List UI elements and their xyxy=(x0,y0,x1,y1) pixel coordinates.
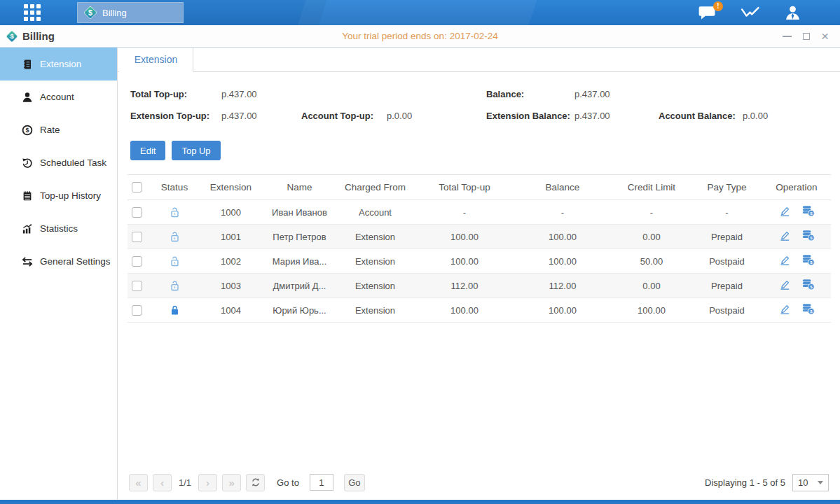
goto-label: Go to xyxy=(277,477,299,488)
cell-name: Дмитрий Д... xyxy=(264,274,335,298)
svg-text:$: $ xyxy=(88,8,92,17)
locked-status-icon[interactable] xyxy=(170,304,180,316)
account-topup-label: Account Top-up: xyxy=(301,111,387,121)
desktop-topbar: $ Billing ! xyxy=(0,0,840,25)
cell-name: Мария Ива... xyxy=(264,249,335,274)
cell-total-topup: 100.00 xyxy=(415,298,514,323)
table-row: 1001 Петр Петров Extension 100.00 100.00… xyxy=(128,225,831,249)
cell-charged-from: Account xyxy=(335,200,415,225)
unlocked-status-icon[interactable] xyxy=(170,280,180,292)
sidebar-item-scheduled-task[interactable]: Scheduled Task xyxy=(0,146,117,179)
col-credit-limit: Credit Limit xyxy=(612,175,691,200)
cell-charged-from: Extension xyxy=(335,298,415,323)
edit-row-icon[interactable] xyxy=(779,255,791,266)
svg-text:$: $ xyxy=(10,32,14,40)
select-all-checkbox[interactable] xyxy=(132,182,142,192)
close-button[interactable]: × xyxy=(821,31,829,42)
row-checkbox[interactable] xyxy=(132,232,142,242)
cell-pay-type: Postpaid xyxy=(691,249,762,274)
table-body: 1000 Иван Иванов Account - - - - xyxy=(128,200,831,323)
pagination-bar: « ‹ 1/1 › » Go to Go xyxy=(118,469,840,500)
sidebar-item-label: Account xyxy=(40,92,74,102)
notepad-icon xyxy=(21,190,34,202)
sidebar-item-extension[interactable]: Extension xyxy=(0,48,117,80)
cell-charged-from: Extension xyxy=(335,225,415,249)
extension-topup-label: Extension Top-up: xyxy=(130,111,221,121)
reports-chart-icon[interactable] xyxy=(741,5,760,20)
sidebar-item-account[interactable]: Account xyxy=(0,80,117,113)
table-row: 1003 Дмитрий Д... Extension 112.00 112.0… xyxy=(128,274,831,298)
cell-pay-type: Prepaid xyxy=(691,274,762,298)
extension-table: Status Extension Name Charged From Total… xyxy=(128,174,831,323)
sidebar: Extension Account $ Rat xyxy=(0,48,118,500)
top-up-row-icon[interactable]: $ xyxy=(801,254,815,266)
balance-value: p.437.00 xyxy=(574,89,610,99)
cell-charged-from: Extension xyxy=(335,249,415,274)
goto-page-input[interactable] xyxy=(310,474,333,491)
top-up-row-icon[interactable]: $ xyxy=(801,279,815,290)
edit-row-icon[interactable] xyxy=(779,206,791,217)
edit-button[interactable]: Edit xyxy=(130,141,165,160)
cell-total-topup: - xyxy=(415,200,514,225)
cell-balance: 100.00 xyxy=(514,225,612,249)
go-button[interactable]: Go xyxy=(344,474,365,491)
user-account-icon[interactable] xyxy=(784,5,801,21)
cell-credit-limit: 50.00 xyxy=(612,249,691,274)
billing-diamond-icon: $ xyxy=(83,6,97,20)
sidebar-item-statistics[interactable]: Statistics xyxy=(0,212,117,245)
last-page-button[interactable]: » xyxy=(222,474,241,491)
unlocked-status-icon[interactable] xyxy=(170,255,180,267)
row-checkbox[interactable] xyxy=(132,281,142,291)
cell-total-topup: 100.00 xyxy=(415,225,514,249)
tab-extension[interactable]: Extension xyxy=(119,48,193,72)
extension-topup-value: p.437.00 xyxy=(221,111,301,121)
cell-balance: 100.00 xyxy=(514,298,612,323)
cell-name: Юрий Юрь... xyxy=(264,298,335,323)
unlocked-status-icon[interactable] xyxy=(170,206,180,218)
edit-row-icon[interactable] xyxy=(779,304,791,315)
sidebar-item-label: Statistics xyxy=(40,223,78,234)
row-checkbox[interactable] xyxy=(132,256,142,267)
refresh-button[interactable] xyxy=(246,474,265,491)
cell-name: Петр Петров xyxy=(264,225,335,249)
top-up-row-icon[interactable]: $ xyxy=(801,303,815,315)
page-size-select[interactable]: 10 xyxy=(792,474,829,491)
unlocked-status-icon[interactable] xyxy=(170,231,180,243)
top-up-button[interactable]: Top Up xyxy=(172,141,220,160)
svg-text:$: $ xyxy=(26,127,29,134)
sidebar-item-rate[interactable]: $ Rate xyxy=(0,113,117,146)
cell-credit-limit: 0.00 xyxy=(612,274,691,298)
window-title: Billing xyxy=(22,30,55,42)
table-row: 1000 Иван Иванов Account - - - - xyxy=(128,200,831,225)
edit-row-icon[interactable] xyxy=(779,279,791,290)
col-name: Name xyxy=(264,175,335,200)
billing-diamond-icon: $ xyxy=(6,30,18,43)
cell-total-topup: 112.00 xyxy=(415,274,514,298)
table-header-row: Status Extension Name Charged From Total… xyxy=(128,175,831,200)
top-up-row-icon[interactable]: $ xyxy=(801,230,815,241)
row-checkbox[interactable] xyxy=(132,207,142,218)
next-page-button[interactable]: › xyxy=(198,474,217,491)
col-pay-type: Pay Type xyxy=(691,175,762,200)
cell-extension: 1003 xyxy=(198,274,264,298)
first-page-button[interactable]: « xyxy=(129,474,148,491)
app-grid-icon[interactable] xyxy=(24,4,41,21)
sidebar-item-topup-history[interactable]: Top-up History xyxy=(0,179,117,212)
cell-extension: 1001 xyxy=(198,225,264,249)
bar-chart-icon xyxy=(21,223,34,234)
cell-balance: 112.00 xyxy=(514,274,612,298)
top-up-row-icon[interactable]: $ xyxy=(801,205,815,217)
col-charged-from: Charged From xyxy=(335,175,415,200)
notifications-chat-icon[interactable]: ! xyxy=(698,5,717,21)
window-titlebar: $ Billing Your trial period ends on: 201… xyxy=(0,25,840,48)
taskbar-billing-tab[interactable]: $ Billing xyxy=(77,2,184,23)
maximize-button[interactable] xyxy=(803,31,810,42)
row-checkbox[interactable] xyxy=(132,305,142,316)
sidebar-item-general-settings[interactable]: General Settings xyxy=(0,245,117,278)
table-row: 1002 Мария Ива... Extension 100.00 100.0… xyxy=(128,249,831,274)
minimize-button[interactable] xyxy=(783,31,792,42)
edit-row-icon[interactable] xyxy=(779,230,791,241)
prev-page-button[interactable]: ‹ xyxy=(153,474,172,491)
summary-section: Total Top-up: p.437.00 Extension Top-up:… xyxy=(118,72,840,127)
extension-journal-icon xyxy=(21,59,34,70)
